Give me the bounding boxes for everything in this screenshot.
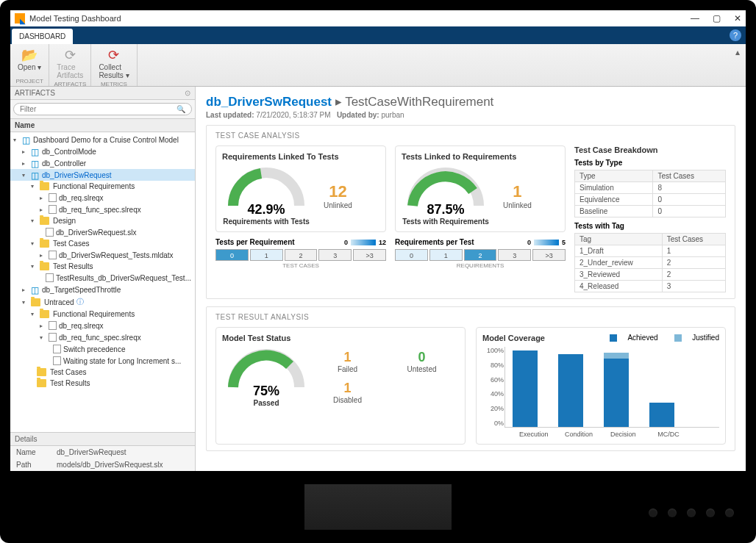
file-icon [49,193,57,202]
tree-item[interactable]: ▾Design [10,215,195,226]
test-case-analysis-section: TEST CASE ANALYSIS Requirements Linked T… [206,125,735,299]
info-icon: ⓘ [76,297,84,307]
folder-icon [37,379,46,387]
tree-item[interactable]: ▸db_req.slreqx [10,192,195,204]
table-row: 4_Released3 [575,281,726,292]
tree-item[interactable]: Switch precedence [10,343,195,355]
detail-row: Pathmodels/db_DriverSwRequest.slx [10,459,195,471]
app-icon [15,13,25,24]
tree-item[interactable]: ▾Functional Requirements [10,309,195,320]
table-row: Simulation8 [575,182,726,194]
tree-item[interactable]: TestResults_db_DriverSwRequest_Test... [10,272,195,284]
tests-by-type-table: TypeTest Cases Simulation8 Equivalence0 … [574,170,726,217]
trace-artifacts-button[interactable]: ⟳ Trace Artifacts [54,46,86,81]
details-header: Details [10,433,195,446]
model-icon [31,285,40,294]
maximize-button[interactable]: ▢ [713,13,721,24]
test-result-analysis-section: TEST RESULT ANALYSIS Model Test Status 7… [206,306,735,451]
page-meta: Last updated: 7/21/2020, 5:18:37 PM Upda… [206,111,735,119]
titlebar: Model Testing Dashboard — ▢ ✕ [10,10,746,26]
detail-row: Namedb_DriverSwRequest [10,446,195,459]
search-icon: 🔍 [176,105,185,113]
req-linked-card: Requirements Linked To Tests 42.9% Requi… [215,145,386,232]
model-icon [31,170,40,179]
folder-open-icon: 📂 [21,47,38,63]
coverage-legend: Achieved Justified [595,334,719,342]
collect-results-button[interactable]: ⟳ Collect Results ▾ [96,46,132,81]
table-row: Equivalence0 [575,194,726,206]
tree-item[interactable]: ▸db_Controller [10,157,195,169]
gauge-42 [226,165,307,209]
artifacts-panel-header: ARTIFACTS⊙ [10,87,195,100]
table-row: 2_Under_review2 [575,257,726,269]
tree-header-name: Name [10,118,195,132]
table-row: Baseline0 [575,206,726,217]
tree-item[interactable]: ▸db_ControlMode [10,145,195,157]
folder-icon [31,298,40,306]
window-title: Model Testing Dashboard [29,14,121,23]
tree-item[interactable]: ▸db_DriverSwRequest_Tests.mldatx [10,249,195,261]
tree-item[interactable]: ▸db_req_func_spec.slreqx [10,204,195,215]
project-icon [22,135,31,144]
tabbar: DASHBOARD ? [10,26,746,44]
table-row: 1_Draft1 [575,245,726,257]
folder-icon [40,240,49,248]
filter-box[interactable]: 🔍 [13,103,192,115]
filter-input[interactable] [20,105,176,113]
file-icon [49,251,57,259]
help-button[interactable]: ? [730,29,741,41]
breadcrumb-link[interactable]: db_DriverSwRequest [206,95,332,109]
file-icon [46,228,54,237]
tree-root[interactable]: ▾Dashboard Demo for a Cruise Control Mod… [10,134,195,145]
gauge-87 [405,165,486,209]
ribbon: 📂 Open ▾ Project ⟳ Trace Artifacts Artif… [10,44,746,87]
tab-dashboard[interactable]: DASHBOARD [12,29,73,44]
model-coverage-card: Model Coverage Achieved Justified 100%80… [476,327,726,445]
model-icon [31,147,40,156]
open-button[interactable]: 📂 Open ▾ [15,46,44,73]
panel-options-icon[interactable]: ⊙ [185,89,190,97]
coverage-chart: 100%80%60%40%20%0% [504,347,719,428]
tree-item[interactable]: ▾Untraced ⓘ [10,295,195,309]
tests-with-tag-table: TagTest Cases 1_Draft1 2_Under_review2 3… [574,233,726,292]
refresh-icon: ⟳ [62,47,78,63]
model-icon [31,159,40,168]
folder-icon [40,262,49,270]
req-icon [53,356,61,365]
tree-item[interactable]: ▾Test Cases [10,238,195,249]
tree-item[interactable]: Test Results [10,378,195,389]
gauge-75 [226,347,307,391]
collect-icon: ⟳ [106,47,122,63]
tests-per-req-hist: Tests per Requirement012 0123>3 TEST CAS… [215,238,386,269]
req-icon [53,345,61,353]
tree-item[interactable]: Test Cases [10,367,195,378]
tree-item[interactable]: ▾Functional Requirements [10,181,195,192]
folder-icon [37,368,46,376]
breadcrumb: db_DriverSwRequest ▸ TestCaseWithRequire… [206,94,735,109]
tree-item[interactable]: ▸db_req.slreqx [10,320,195,331]
tree-item[interactable]: ▸db_TargetSpeedThrottle [10,284,195,295]
tree-item[interactable]: ▾Test Results [10,261,195,272]
folder-icon [40,310,49,318]
file-icon [49,321,57,330]
folder-icon [40,217,49,225]
tree-item[interactable]: ▾db_req_func_spec.slreqx [10,331,195,343]
ribbon-expand-button[interactable]: ▴ [730,44,746,86]
tree-item[interactable]: db_DriverSwRequest.slx [10,226,195,238]
close-button[interactable]: ✕ [734,13,741,24]
table-row: 3_Reviewed2 [575,269,726,281]
tests-linked-card: Tests Linked to Requirements 87.5% Tests… [395,145,566,232]
file-icon [46,273,54,282]
tree-item[interactable]: Waiting state for Long Increment s... [10,355,195,367]
test-breakdown: Test Case Breakdown Tests by Type TypeTe… [574,145,726,292]
artifacts-tree[interactable]: ▾Dashboard Demo for a Cruise Control Mod… [10,132,195,432]
folder-icon [40,182,49,190]
tree-item-selected[interactable]: ▾db_DriverSwRequest [10,169,195,181]
model-test-status-card: Model Test Status 75% Passed [215,327,466,445]
file-icon [49,205,57,214]
req-per-test-hist: Requirements per Test05 0123>3 REQUIREME… [395,238,566,269]
file-icon [49,333,57,342]
minimize-button[interactable]: — [691,13,699,24]
